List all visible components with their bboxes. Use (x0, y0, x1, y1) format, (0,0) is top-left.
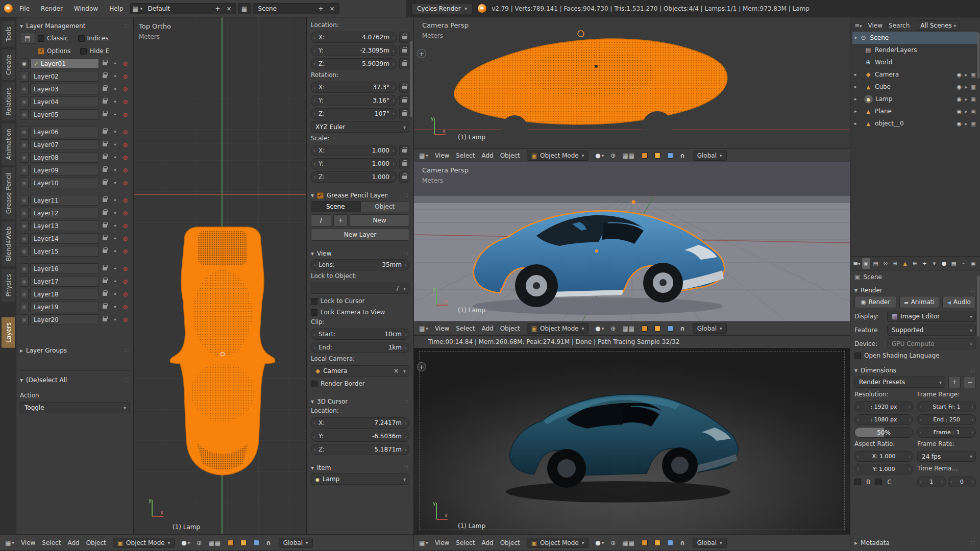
lock-toggle[interactable] (101, 292, 109, 296)
select-toggle-icon[interactable] (965, 96, 968, 103)
menu-view[interactable]: View (21, 539, 35, 546)
tab-render-layers[interactable] (872, 258, 880, 269)
render-toggle-icon[interactable] (971, 96, 976, 103)
hide-toggle-icon[interactable] (957, 84, 962, 90)
menu-object[interactable]: Object (500, 325, 520, 332)
lock-button[interactable] (399, 95, 409, 106)
viewport-camera-persp-2[interactable]: Camera Persp Meters yx (1) Lamp (414, 162, 850, 321)
visibility-eye-icon[interactable] (20, 127, 29, 137)
menu-select[interactable]: Select (42, 539, 61, 546)
lock-toggle[interactable] (101, 100, 109, 104)
expand-icon[interactable] (854, 121, 862, 126)
menu-window[interactable]: Window (69, 3, 103, 15)
render-restrict-icon[interactable] (121, 235, 130, 242)
lock-toggle[interactable] (101, 143, 109, 146)
visibility-eye-icon[interactable] (20, 71, 29, 82)
lock-toggle[interactable] (101, 267, 109, 270)
render-restrict-icon[interactable] (121, 180, 130, 187)
hide-toggle-icon[interactable] (957, 120, 962, 127)
scrollbar[interactable] (977, 276, 979, 337)
outliner-row-renderlayers[interactable]: RenderLayers (852, 44, 978, 56)
render-restrict-icon[interactable] (121, 197, 130, 204)
resolution-x-field[interactable]: : 1920 px (854, 402, 913, 412)
panel-grip-icon[interactable] (971, 287, 976, 294)
options-checkbox[interactable] (38, 48, 44, 55)
viewport-top-ortho[interactable]: Top Ortho Meters y x (1) Lamp (134, 17, 306, 534)
new-button[interactable]: New (350, 214, 409, 227)
add-preset-button[interactable] (948, 376, 961, 388)
render-restrict-icon[interactable] (121, 222, 130, 230)
new-layer-button[interactable]: New Layer (311, 229, 409, 241)
frame-end-field[interactable]: End : 250 (917, 414, 976, 425)
layer-row[interactable]: Layer12 (20, 207, 130, 219)
collapse-icon[interactable] (311, 250, 314, 257)
open-region-button[interactable] (417, 49, 426, 58)
snap-magnet-icon[interactable] (680, 539, 685, 546)
expand-icon[interactable] (854, 84, 862, 89)
shading-dropdown[interactable] (181, 539, 190, 546)
scrollbar[interactable] (410, 41, 412, 117)
tab-material[interactable] (940, 258, 948, 269)
visibility-eye-icon[interactable] (20, 109, 29, 120)
car-blue-shaded[interactable] (460, 186, 741, 320)
render-toggle-icon[interactable] (971, 120, 976, 127)
orientation-dropdown[interactable]: Global (693, 538, 727, 548)
outliner-row-plane[interactable]: Plane (852, 105, 978, 117)
lock-button[interactable] (399, 158, 409, 169)
select-toggle-icon[interactable] (965, 84, 968, 90)
panel-header-layer-management[interactable]: Layer Management (20, 20, 130, 32)
panel-grip-icon[interactable] (971, 539, 976, 546)
hide-toggle-icon[interactable] (957, 108, 962, 115)
osl-checkbox[interactable] (854, 353, 861, 359)
remove-preset-button[interactable] (964, 376, 976, 388)
render-restrict-icon[interactable] (121, 210, 130, 217)
tab-blend4web[interactable]: Blend4Web (2, 221, 15, 266)
lock-toggle[interactable] (101, 318, 109, 321)
lock-button[interactable] (399, 82, 409, 93)
render-restrict-icon[interactable] (121, 129, 130, 136)
select-toggle-icon[interactable] (965, 71, 968, 78)
manipulator-scale-icon[interactable] (253, 540, 259, 546)
blender-logo-icon[interactable] (4, 4, 13, 13)
tab-layers[interactable]: Layers (2, 317, 15, 348)
eyedropper-icon[interactable] (397, 285, 399, 292)
manipulator-translate-icon[interactable] (642, 325, 648, 332)
render-restrict-icon[interactable] (121, 304, 130, 311)
render-restrict-icon[interactable] (121, 248, 130, 255)
panel-header-deselect-all[interactable]: (De)select All (20, 370, 130, 386)
car-top-view[interactable] (166, 224, 280, 483)
lock-toggle[interactable] (101, 113, 109, 116)
layer-row[interactable]: Layer14 (20, 233, 130, 244)
tab-create[interactable]: Create (2, 49, 15, 80)
layer-row[interactable]: Layer08 (20, 152, 130, 163)
pivot-dropdown[interactable] (610, 325, 616, 332)
tab-object[interactable] (901, 258, 909, 269)
collapse-icon[interactable] (311, 464, 314, 471)
collapse-icon[interactable] (854, 287, 857, 294)
add-button[interactable] (333, 214, 348, 227)
screen-layout-selector[interactable]: Default (130, 3, 236, 14)
lock-button[interactable] (399, 108, 409, 119)
grease-pencil-checkbox[interactable] (317, 192, 324, 199)
resolution-percentage-slider[interactable]: 50% (854, 427, 913, 438)
render-restrict-icon[interactable] (121, 111, 130, 118)
visibility-eye-icon[interactable] (20, 152, 29, 163)
menu-add[interactable]: Add (481, 152, 493, 159)
menu-object[interactable]: Object (500, 539, 520, 546)
render-restrict-icon[interactable] (121, 167, 130, 174)
menu-select[interactable]: Select (456, 325, 475, 332)
render-border-checkbox[interactable] (311, 381, 317, 387)
panel-header-dimensions[interactable]: Dimensions (854, 365, 976, 376)
classic-checkbox[interactable] (38, 35, 44, 42)
hide-toggle-icon[interactable] (957, 96, 962, 103)
tab-world[interactable] (891, 258, 899, 269)
render-toggle-icon[interactable] (971, 84, 976, 90)
tab-grease-pencil[interactable]: Grease Pencil (2, 167, 15, 219)
collapse-icon[interactable] (20, 347, 23, 354)
mode-dropdown[interactable]: Object Mode (527, 323, 589, 334)
expand-icon[interactable] (854, 109, 862, 114)
panel-header-view[interactable]: View (311, 248, 409, 259)
aspect-y-field[interactable]: Y: 1.000 (854, 464, 913, 474)
aspect-x-field[interactable]: X: 1.000 (854, 451, 913, 462)
lock-button[interactable] (399, 45, 409, 56)
